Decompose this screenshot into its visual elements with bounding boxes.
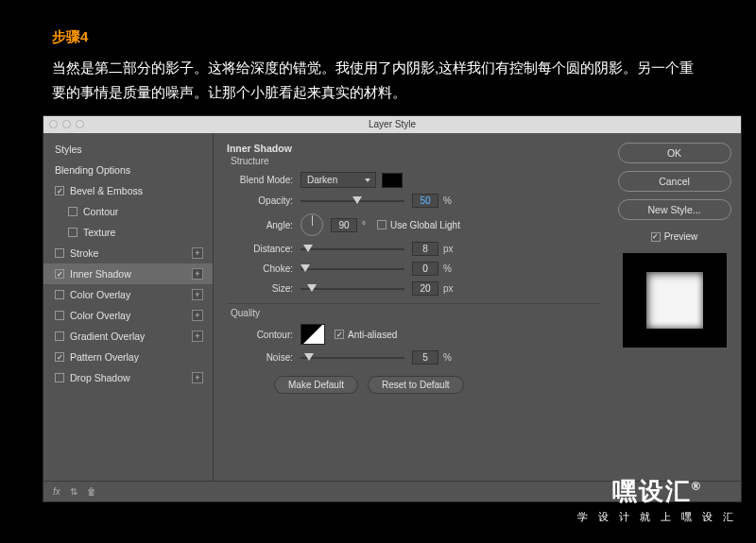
checkbox-bevel[interactable] xyxy=(55,186,64,195)
sidebar-item-bevel[interactable]: Bevel & Emboss xyxy=(43,180,213,201)
size-slider[interactable] xyxy=(301,283,404,295)
global-light-label: Use Global Light xyxy=(390,220,460,230)
ok-button[interactable]: OK xyxy=(618,143,731,163)
checkbox-gradient[interactable] xyxy=(55,331,64,341)
preview-label: Preview xyxy=(664,231,698,242)
fx-icon[interactable]: fx xyxy=(53,486,60,497)
anti-aliased-label: Anti-aliased xyxy=(348,330,397,340)
new-style-button[interactable]: New Style... xyxy=(618,199,731,220)
checkbox-stroke[interactable] xyxy=(55,248,64,258)
reset-default-button[interactable]: Reset to Default xyxy=(368,376,464,394)
structure-label: Structure xyxy=(231,156,600,166)
sidebar-item-blending[interactable]: Blending Options xyxy=(43,160,213,180)
checkbox-drop-shadow[interactable] xyxy=(55,373,64,382)
sidebar-item-styles[interactable]: Styles xyxy=(43,139,213,160)
arrow-up-down-icon[interactable]: ⇅ xyxy=(70,486,77,497)
anti-aliased-checkbox[interactable] xyxy=(335,330,344,339)
checkbox-contour[interactable] xyxy=(68,207,77,216)
sidebar-item-color-overlay[interactable]: Color Overlay+ xyxy=(43,284,213,305)
effects-sidebar: Styles Blending Options Bevel & Emboss C… xyxy=(43,133,214,481)
sidebar-item-drop-shadow[interactable]: Drop Shadow+ xyxy=(43,367,213,388)
size-label: Size: xyxy=(227,283,293,294)
opacity-label: Opacity: xyxy=(227,195,293,206)
blend-mode-dropdown[interactable]: Darken xyxy=(301,172,376,188)
noise-label: Noise: xyxy=(227,352,293,363)
checkbox-pattern[interactable] xyxy=(55,352,64,362)
opacity-slider[interactable] xyxy=(301,195,404,207)
dialog-actions: OK Cancel New Style... Preview xyxy=(613,133,741,481)
quality-label: Quality xyxy=(231,308,600,318)
watermark: 嘿设汇® 学 设 计 就 上 嘿 设 汇 xyxy=(577,475,737,524)
window-controls[interactable] xyxy=(49,120,84,128)
add-icon[interactable]: + xyxy=(192,268,203,280)
checkbox-inner-shadow[interactable] xyxy=(55,269,64,279)
angle-label: Angle: xyxy=(227,220,293,230)
step-title: 步骤4 xyxy=(52,28,704,46)
trash-icon[interactable]: 🗑 xyxy=(87,486,96,497)
settings-panel: Inner Shadow Structure Blend Mode: Darke… xyxy=(214,133,613,481)
step-description: 当然是第二部分的影子。这将给深度的错觉。我使用了内阴影,这样我们有控制每个圆的阴… xyxy=(52,56,704,104)
noise-slider[interactable] xyxy=(301,352,404,364)
size-value[interactable]: 20 xyxy=(412,281,438,296)
add-icon[interactable]: + xyxy=(192,310,203,321)
layer-style-dialog: Layer Style Styles Blending Options Beve… xyxy=(43,115,742,502)
make-default-button[interactable]: Make Default xyxy=(274,376,358,394)
choke-slider[interactable] xyxy=(301,263,404,275)
choke-label: Choke: xyxy=(227,263,293,274)
dialog-title: Layer Style xyxy=(369,119,416,129)
add-icon[interactable]: + xyxy=(192,289,203,300)
sidebar-item-stroke[interactable]: Stroke+ xyxy=(43,243,213,263)
global-light-checkbox[interactable] xyxy=(377,220,387,229)
noise-value[interactable]: 5 xyxy=(412,350,438,365)
blend-mode-label: Blend Mode: xyxy=(227,175,293,185)
opacity-value[interactable]: 50 xyxy=(412,194,438,208)
cancel-button[interactable]: Cancel xyxy=(618,171,731,192)
sidebar-item-inner-shadow[interactable]: Inner Shadow+ xyxy=(43,263,213,284)
add-icon[interactable]: + xyxy=(192,372,203,383)
preview-checkbox[interactable] xyxy=(651,232,661,242)
checkbox-texture[interactable] xyxy=(68,228,77,237)
checkbox-color-overlay[interactable] xyxy=(55,290,64,299)
add-icon[interactable]: + xyxy=(192,247,203,259)
choke-value[interactable]: 0 xyxy=(412,262,438,276)
add-icon[interactable]: + xyxy=(192,331,203,342)
sidebar-item-gradient-overlay[interactable]: Gradient Overlay+ xyxy=(43,326,213,347)
distance-label: Distance: xyxy=(227,244,293,254)
panel-title: Inner Shadow xyxy=(227,143,600,154)
distance-slider[interactable] xyxy=(301,244,404,255)
color-swatch[interactable] xyxy=(382,173,403,188)
sidebar-item-texture[interactable]: Texture xyxy=(43,222,213,243)
angle-dial[interactable] xyxy=(301,213,323,236)
distance-value[interactable]: 8 xyxy=(412,242,438,256)
dialog-titlebar: Layer Style xyxy=(43,116,741,133)
sidebar-item-contour[interactable]: Contour xyxy=(43,201,213,222)
contour-picker[interactable] xyxy=(301,324,325,345)
angle-value[interactable]: 90 xyxy=(331,218,357,232)
checkbox-color-overlay2[interactable] xyxy=(55,311,64,320)
contour-label: Contour: xyxy=(227,330,293,340)
preview-thumbnail xyxy=(623,253,727,348)
sidebar-item-pattern-overlay[interactable]: Pattern Overlay xyxy=(43,347,213,367)
sidebar-item-color-overlay2[interactable]: Color Overlay+ xyxy=(43,305,213,326)
